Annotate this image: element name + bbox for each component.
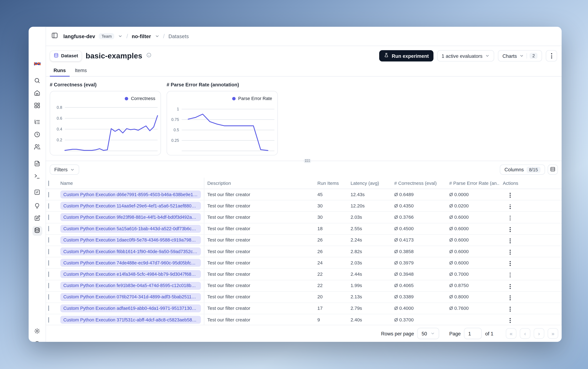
table-row[interactable]: Custom Python Execution 114aa9ef-29e6-4e…: [46, 200, 562, 212]
last-page-button[interactable]: »: [548, 328, 558, 339]
first-page-button[interactable]: «: [506, 328, 516, 339]
tab-runs[interactable]: Runs: [50, 65, 69, 76]
row-actions-button[interactable]: [507, 237, 513, 245]
sidebar-item-annotation[interactable]: [32, 214, 42, 224]
table-row[interactable]: Custom Python Execution f6bb1614-1f90-40…: [46, 246, 562, 257]
sidebar-item-tracing[interactable]: [32, 118, 42, 127]
sidebar-item-sessions[interactable]: [32, 130, 42, 140]
row-checkbox[interactable]: [48, 215, 49, 220]
run-name-link[interactable]: Custom Python Execution d66e7991-8595-45…: [60, 191, 201, 198]
breadcrumb-project[interactable]: no-filter: [132, 33, 151, 39]
prev-page-button[interactable]: ‹: [520, 328, 530, 339]
row-checkbox[interactable]: [48, 192, 49, 197]
page-header: Dataset basic-examples Run experiment 1 …: [46, 46, 562, 64]
sidebar-toggle-button[interactable]: [50, 31, 59, 41]
run-name-link[interactable]: Custom Python Execution fe91b83e-04a5-47…: [60, 282, 201, 289]
row-checkbox[interactable]: [48, 294, 49, 300]
column-header-parse-error-rate[interactable]: # Parse Error Rate (an...: [446, 181, 500, 186]
row-actions-button[interactable]: [507, 203, 513, 211]
run-items-count: 9: [314, 317, 347, 323]
row-actions-button[interactable]: [507, 226, 513, 233]
sidebar-item-home[interactable]: [32, 89, 42, 98]
chevron-down-icon[interactable]: [155, 34, 159, 39]
row-actions-button[interactable]: [507, 282, 513, 290]
sidebar-item-playground[interactable]: [32, 172, 42, 182]
run-name-link[interactable]: Custom Python Execution 1daec0f9-5e78-43…: [60, 236, 201, 244]
more-actions-button[interactable]: [546, 50, 557, 62]
row-actions-button[interactable]: [507, 248, 513, 256]
run-name-link[interactable]: Custom Python Execution 5a15a616-1bab-44…: [60, 225, 201, 233]
row-actions-button[interactable]: [507, 214, 513, 222]
columns-button[interactable]: Columns 8/15: [500, 164, 545, 175]
breadcrumb-separator: /: [127, 33, 128, 39]
column-header-latency[interactable]: Latency (avg): [347, 181, 391, 186]
row-actions-button[interactable]: [507, 305, 513, 313]
table-row[interactable]: Custom Python Execution 5a15a616-1bab-44…: [46, 223, 562, 235]
breadcrumb-org[interactable]: langfuse-dev: [63, 33, 95, 39]
table-row[interactable]: Custom Python Execution d66e7991-8595-45…: [46, 189, 562, 201]
run-name-link[interactable]: Custom Python Execution 114aa9ef-29e6-4e…: [60, 202, 201, 210]
run-name-link[interactable]: Custom Python Execution 9fe23f98-881e-44…: [60, 213, 201, 221]
table-row[interactable]: Custom Python Execution 076b2704-341d-48…: [46, 291, 562, 303]
sidebar-item-datasets[interactable]: [32, 226, 42, 236]
evaluators-dropdown[interactable]: 1 active evaluators: [437, 50, 494, 62]
sidebar-item-dashboards[interactable]: [32, 101, 42, 111]
run-correctness: Ø 0.4000: [391, 306, 446, 311]
run-name-link[interactable]: Custom Python Execution 076b2704-341d-48…: [60, 293, 201, 301]
row-checkbox[interactable]: [48, 249, 49, 254]
table-row[interactable]: Custom Python Execution 9fe23f98-881e-44…: [46, 212, 562, 223]
column-header-correctness[interactable]: # Correctness (eval): [391, 181, 446, 186]
sidebar-item-evaluation[interactable]: [32, 188, 42, 197]
row-checkbox[interactable]: [48, 306, 49, 311]
resize-handle[interactable]: [304, 159, 311, 163]
run-name-link[interactable]: Custom Python Execution 74de488e-ec9d-47…: [60, 259, 201, 267]
table-row[interactable]: Custom Python Execution fe91b83e-04a5-47…: [46, 280, 562, 292]
table-row[interactable]: Custom Python Execution adfae619-abb0-4d…: [46, 303, 562, 314]
row-actions-button[interactable]: [507, 191, 513, 199]
run-correctness: Ø 0.4350: [391, 203, 446, 208]
filters-button[interactable]: Filters: [50, 164, 79, 175]
rows-per-page-value: 50: [421, 331, 427, 336]
page-number-input[interactable]: [464, 328, 482, 339]
row-checkbox[interactable]: [48, 272, 49, 277]
table-row[interactable]: Custom Python Execution e14fa348-5cfc-49…: [46, 269, 562, 280]
next-page-button[interactable]: ›: [534, 328, 544, 339]
row-checkbox[interactable]: [48, 203, 49, 208]
select-all-checkbox[interactable]: [48, 181, 49, 186]
sidebar-item-support[interactable]: [32, 339, 42, 342]
table-row[interactable]: Custom Python Execution 371f531c-abff-4d…: [46, 314, 562, 326]
row-checkbox[interactable]: [48, 237, 49, 243]
sidebar-item-prompts[interactable]: [32, 159, 42, 169]
row-checkbox[interactable]: [48, 260, 49, 266]
run-name-link[interactable]: Custom Python Execution adfae619-abb0-4d…: [60, 305, 201, 312]
info-icon[interactable]: [146, 52, 151, 59]
row-checkbox[interactable]: [48, 283, 49, 288]
column-header-run-items[interactable]: Run Items: [314, 181, 347, 186]
column-header-name[interactable]: Name: [57, 178, 204, 189]
rows-per-page-select[interactable]: 50: [417, 328, 439, 339]
tab-items[interactable]: Items: [71, 65, 90, 76]
run-name-link[interactable]: Custom Python Execution e14fa348-5cfc-49…: [60, 270, 201, 278]
row-actions-button[interactable]: [507, 260, 513, 267]
table-row[interactable]: Custom Python Execution 74de488e-ec9d-47…: [46, 257, 562, 269]
charts-dropdown[interactable]: Charts 2: [498, 50, 542, 62]
sidebar-item-settings[interactable]: [32, 327, 42, 337]
chevron-down-icon[interactable]: [118, 34, 123, 39]
columns-count-badge: 8/15: [527, 167, 541, 173]
run-experiment-button[interactable]: Run experiment: [379, 50, 433, 62]
sidebar-item-users[interactable]: [32, 143, 42, 152]
breadcrumb-section[interactable]: Datasets: [168, 33, 189, 39]
row-checkbox[interactable]: [48, 226, 49, 231]
row-actions-button[interactable]: [507, 317, 513, 325]
row-actions-button[interactable]: [507, 294, 513, 302]
column-header-description[interactable]: Description: [204, 181, 314, 186]
run-name-link[interactable]: Custom Python Execution 371f531c-abff-4d…: [60, 316, 201, 324]
row-height-button[interactable]: [548, 164, 558, 175]
row-actions-button[interactable]: [507, 271, 513, 279]
pagination-bar: Rows per page 50 Page of 1 « ‹ › »: [46, 325, 562, 342]
table-row[interactable]: Custom Python Execution 1daec0f9-5e78-43…: [46, 235, 562, 246]
run-name-link[interactable]: Custom Python Execution f6bb1614-1f90-40…: [60, 247, 201, 255]
sidebar-item-search[interactable]: [32, 76, 42, 86]
sidebar-item-llm-judges[interactable]: [32, 201, 42, 211]
row-checkbox[interactable]: [48, 317, 49, 323]
